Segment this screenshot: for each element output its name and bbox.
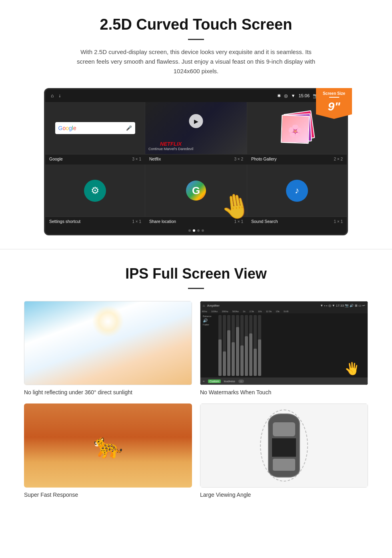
home-icon: ⌂ (51, 93, 54, 98)
section1-title: 2.5D Curved Touch Screen (24, 16, 368, 33)
car-image (200, 403, 368, 488)
netflix-bg: ▶ NETFLIX Continue Marvel's Daredevil (145, 102, 247, 154)
settings-label: Settings shortcut 1 × 1 (45, 219, 145, 224)
bluetooth-icon: ✱ (277, 93, 281, 98)
screen-size-badge: Screen Size 9" (316, 88, 352, 119)
amp-home-icon: ⌂ (203, 304, 205, 307)
amp-title: Amplifier (207, 304, 220, 307)
device-wrapper: Screen Size 9" ⌂ ↓ ✱ ◎ ▼ (44, 88, 348, 235)
car-card: Large Viewing Angle (200, 403, 368, 498)
sunlight-visual (24, 301, 192, 385)
dot-3 (197, 229, 200, 232)
netflix-label: Netflix 3 × 2 (145, 157, 247, 161)
amp-hand-icon: 🖐 (345, 361, 360, 375)
google-cell[interactable]: Google 🎤 (45, 102, 145, 154)
time-display: 15:06 (298, 93, 310, 98)
amplifier-image: ⌂ Amplifier ▼ • • ◎ ▼ 17:33 📷 🔊 ⊠ ▭ ↩ 60… (200, 301, 368, 385)
cheetah-image: 🐆 (24, 403, 192, 488)
badge-size: 9" (320, 100, 348, 113)
row1-labels: Google 3 × 1 Netflix 3 × 2 Photo Gallery… (45, 155, 347, 165)
cheetah-icon: 🐆 (93, 432, 123, 460)
photo-gallery-label: Photo Gallery 2 × 2 (247, 157, 347, 161)
flower-icon: 🌸 (281, 119, 308, 143)
car-windshield (273, 422, 295, 436)
cheetah-visual: 🐆 (24, 403, 192, 488)
settings-cell[interactable]: ⚙ (45, 165, 145, 217)
google-search-bar[interactable]: Google 🎤 (55, 122, 135, 134)
sunlight-image (24, 301, 192, 385)
mic-icon: 🎤 (126, 125, 132, 131)
badge-title: Screen Size (320, 91, 348, 96)
amplifier-visual: ⌂ Amplifier ▼ • • ◎ ▼ 17:33 📷 🔊 ⊠ ▭ ↩ 60… (200, 301, 368, 385)
device-frame: ⌂ ↓ ✱ ◎ ▼ 15:06 📷 🔊 ⊠ ▭ (44, 88, 348, 235)
amp-footer: ‹‹ Custom loudness ○ (200, 377, 368, 385)
section1: 2.5D Curved Touch Screen With 2.5D curve… (0, 0, 392, 249)
screen-dots (45, 227, 347, 234)
car-body (268, 413, 300, 478)
netflix-cell[interactable]: ▶ NETFLIX Continue Marvel's Daredevil (145, 102, 247, 154)
title-underline (188, 39, 204, 40)
car-roof (272, 438, 296, 457)
amp-body: Balance 🔊 Fader (200, 313, 368, 377)
row2-labels: Settings shortcut 1 × 1 Share location 1… (45, 217, 347, 227)
section2-title: IPS Full Screen View (24, 265, 368, 282)
badge-underline (329, 97, 339, 98)
usb-icon: ↓ (58, 93, 61, 98)
amp-labels: Balance 🔊 Fader (203, 315, 217, 376)
amplifier-card: ⌂ Amplifier ▼ • • ◎ ▼ 17:33 📷 🔊 ⊠ ▭ ↩ 60… (200, 301, 368, 395)
netflix-subtitle: Continue Marvel's Daredevil (148, 147, 193, 151)
sun-rays (92, 305, 124, 337)
share-location-cell[interactable]: G 🤚 (145, 165, 247, 217)
section2: IPS Full Screen View No light reflecting… (0, 249, 392, 510)
cheetah-card: 🐆 Super Fast Response (24, 403, 192, 498)
settings-icon: ⚙ (84, 180, 106, 202)
amp-sliders (218, 315, 365, 376)
cheetah-caption: Super Fast Response (24, 492, 192, 498)
netflix-play-button[interactable]: ▶ (189, 114, 203, 128)
google-logo: Google (58, 125, 76, 131)
section1-description: With 2.5D curved-display screen, this de… (72, 47, 320, 76)
status-left: ⌂ ↓ (51, 93, 61, 98)
image-grid: No light reflecting under 360° direct su… (24, 301, 368, 498)
netflix-info: NETFLIX Continue Marvel's Daredevil (148, 141, 193, 151)
sound-search-label: Sound Search 1 × 1 (247, 219, 347, 224)
amp-freq-labels: 60hz100hz200hz500hz1k2.5k10k12.5k15kSUB (200, 309, 368, 313)
music-icon: ♪ (286, 180, 308, 202)
sunlight-card: No light reflecting under 360° direct su… (24, 301, 192, 395)
car-rear (273, 459, 295, 471)
amplifier-caption: No Watermarks When Touch (200, 389, 368, 395)
amp-header: ⌂ Amplifier ▼ • • ◎ ▼ 17:33 📷 🔊 ⊠ ▭ ↩ (200, 301, 368, 309)
page-wrapper: 2.5D Curved Touch Screen With 2.5D curve… (0, 0, 392, 510)
car-caption: Large Viewing Angle (200, 492, 368, 498)
sunlight-caption: No light reflecting under 360° direct su… (24, 389, 192, 395)
car-top-view (258, 407, 310, 484)
google-label: Google 3 × 1 (45, 157, 145, 161)
app-grid-row1: Google 🎤 ▶ NETFLIX Continue Marvel's Dar… (45, 102, 347, 155)
netflix-logo: NETFLIX (148, 141, 193, 147)
section2-underline (188, 288, 204, 289)
dot-4 (202, 229, 204, 232)
car-visual (200, 403, 368, 488)
app-grid-row2: ⚙ G 🤚 ♪ (45, 165, 347, 217)
wifi-icon: ▼ (291, 93, 296, 98)
sound-search-cell[interactable]: ♪ (247, 165, 347, 217)
photo-layer-3: 🌸 (280, 115, 309, 144)
dot-1 (188, 229, 191, 232)
status-bar: ⌂ ↓ ✱ ◎ ▼ 15:06 📷 🔊 ⊠ ▭ (45, 89, 347, 102)
maps-icon: G (186, 181, 206, 201)
location-icon: ◎ (284, 93, 288, 98)
dot-2-active (193, 229, 195, 232)
photo-stack: 🌸 (281, 112, 313, 144)
